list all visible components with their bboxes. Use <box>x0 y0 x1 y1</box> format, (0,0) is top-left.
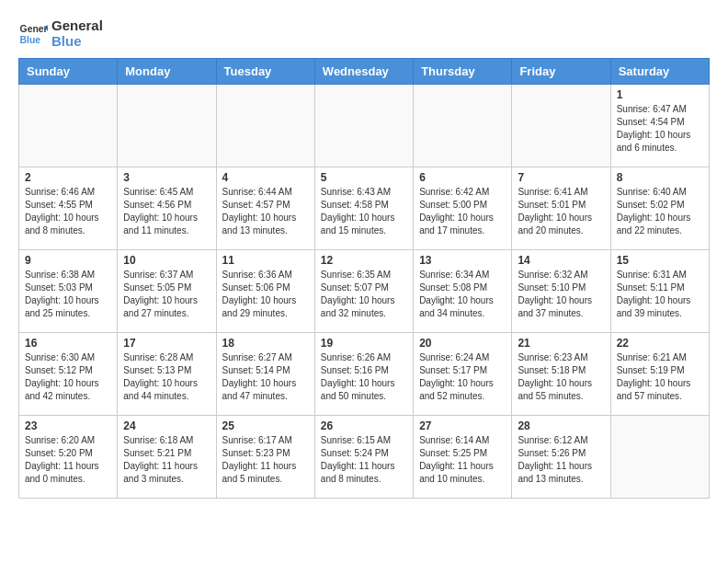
calendar-cell: 4Sunrise: 6:44 AM Sunset: 4:57 PM Daylig… <box>216 167 314 250</box>
calendar-cell: 16Sunrise: 6:30 AM Sunset: 5:12 PM Dayli… <box>19 333 118 416</box>
calendar-cell: 27Sunrise: 6:14 AM Sunset: 5:25 PM Dayli… <box>414 416 512 499</box>
day-number: 20 <box>419 337 506 350</box>
day-number: 25 <box>222 419 309 432</box>
day-info: Sunrise: 6:31 AM Sunset: 5:11 PM Dayligh… <box>617 269 703 320</box>
calendar-cell: 10Sunrise: 6:37 AM Sunset: 5:05 PM Dayli… <box>118 250 216 333</box>
day-info: Sunrise: 6:38 AM Sunset: 5:03 PM Dayligh… <box>25 269 111 320</box>
calendar-week-3: 16Sunrise: 6:30 AM Sunset: 5:12 PM Dayli… <box>19 333 710 416</box>
day-info: Sunrise: 6:32 AM Sunset: 5:10 PM Dayligh… <box>518 269 604 320</box>
calendar-cell: 8Sunrise: 6:40 AM Sunset: 5:02 PM Daylig… <box>610 167 709 250</box>
day-number: 6 <box>419 171 506 184</box>
day-header-thursday: Thursday <box>414 59 512 85</box>
day-number: 8 <box>617 171 703 184</box>
logo-text: General Blue <box>51 18 103 49</box>
logo: General Blue General Blue <box>18 18 103 49</box>
day-info: Sunrise: 6:12 AM Sunset: 5:26 PM Dayligh… <box>518 434 604 486</box>
calendar-cell: 14Sunrise: 6:32 AM Sunset: 5:10 PM Dayli… <box>512 250 610 333</box>
calendar-week-1: 2Sunrise: 6:46 AM Sunset: 4:55 PM Daylig… <box>19 167 710 250</box>
day-header-tuesday: Tuesday <box>216 59 314 85</box>
day-number: 9 <box>25 254 111 267</box>
day-number: 16 <box>25 337 111 350</box>
day-info: Sunrise: 6:21 AM Sunset: 5:19 PM Dayligh… <box>617 351 703 403</box>
calendar-cell: 22Sunrise: 6:21 AM Sunset: 5:19 PM Dayli… <box>610 333 709 416</box>
calendar-cell: 6Sunrise: 6:42 AM Sunset: 5:00 PM Daylig… <box>414 167 512 250</box>
calendar-cell: 13Sunrise: 6:34 AM Sunset: 5:08 PM Dayli… <box>414 250 512 333</box>
day-info: Sunrise: 6:20 AM Sunset: 5:20 PM Dayligh… <box>25 434 111 486</box>
day-header-saturday: Saturday <box>610 59 709 85</box>
day-number: 23 <box>25 419 111 432</box>
calendar-cell: 24Sunrise: 6:18 AM Sunset: 5:21 PM Dayli… <box>118 416 216 499</box>
calendar-cell <box>512 85 610 167</box>
day-info: Sunrise: 6:24 AM Sunset: 5:17 PM Dayligh… <box>419 351 506 403</box>
day-info: Sunrise: 6:15 AM Sunset: 5:24 PM Dayligh… <box>321 434 407 486</box>
day-number: 19 <box>321 337 407 350</box>
day-info: Sunrise: 6:37 AM Sunset: 5:05 PM Dayligh… <box>123 269 210 320</box>
day-header-monday: Monday <box>118 59 216 85</box>
calendar-week-4: 23Sunrise: 6:20 AM Sunset: 5:20 PM Dayli… <box>19 416 710 499</box>
day-header-friday: Friday <box>512 59 610 85</box>
calendar-cell: 25Sunrise: 6:17 AM Sunset: 5:23 PM Dayli… <box>216 416 314 499</box>
day-number: 22 <box>617 337 703 350</box>
day-info: Sunrise: 6:42 AM Sunset: 5:00 PM Dayligh… <box>419 186 506 237</box>
day-number: 12 <box>321 254 407 267</box>
calendar-cell: 17Sunrise: 6:28 AM Sunset: 5:13 PM Dayli… <box>118 333 216 416</box>
calendar-week-2: 9Sunrise: 6:38 AM Sunset: 5:03 PM Daylig… <box>19 250 710 333</box>
day-info: Sunrise: 6:43 AM Sunset: 4:58 PM Dayligh… <box>321 186 407 237</box>
calendar-cell <box>118 85 216 167</box>
day-info: Sunrise: 6:41 AM Sunset: 5:01 PM Dayligh… <box>518 186 604 237</box>
calendar-cell: 7Sunrise: 6:41 AM Sunset: 5:01 PM Daylig… <box>512 167 610 250</box>
day-number: 1 <box>617 88 703 101</box>
calendar-cell: 9Sunrise: 6:38 AM Sunset: 5:03 PM Daylig… <box>19 250 118 333</box>
day-info: Sunrise: 6:30 AM Sunset: 5:12 PM Dayligh… <box>25 351 111 403</box>
day-number: 13 <box>419 254 506 267</box>
calendar-cell: 20Sunrise: 6:24 AM Sunset: 5:17 PM Dayli… <box>414 333 512 416</box>
day-info: Sunrise: 6:27 AM Sunset: 5:14 PM Dayligh… <box>222 351 309 403</box>
calendar-week-0: 1Sunrise: 6:47 AM Sunset: 4:54 PM Daylig… <box>19 85 710 167</box>
day-info: Sunrise: 6:34 AM Sunset: 5:08 PM Dayligh… <box>419 269 506 320</box>
day-number: 5 <box>321 171 407 184</box>
calendar-table: SundayMondayTuesdayWednesdayThursdayFrid… <box>18 58 710 499</box>
day-number: 11 <box>222 254 309 267</box>
day-number: 21 <box>518 337 604 350</box>
svg-text:General: General <box>20 24 48 34</box>
day-number: 27 <box>419 419 506 432</box>
svg-text:Blue: Blue <box>20 34 41 44</box>
calendar-cell: 1Sunrise: 6:47 AM Sunset: 4:54 PM Daylig… <box>610 85 709 167</box>
calendar-cell <box>19 85 118 167</box>
day-number: 4 <box>222 171 309 184</box>
calendar-header-row: SundayMondayTuesdayWednesdayThursdayFrid… <box>19 59 710 85</box>
day-header-sunday: Sunday <box>19 59 118 85</box>
calendar-cell: 18Sunrise: 6:27 AM Sunset: 5:14 PM Dayli… <box>216 333 314 416</box>
day-info: Sunrise: 6:14 AM Sunset: 5:25 PM Dayligh… <box>419 434 506 486</box>
day-number: 15 <box>617 254 703 267</box>
calendar-cell: 3Sunrise: 6:45 AM Sunset: 4:56 PM Daylig… <box>118 167 216 250</box>
day-info: Sunrise: 6:46 AM Sunset: 4:55 PM Dayligh… <box>25 186 111 237</box>
logo-icon: General Blue <box>18 19 48 49</box>
day-info: Sunrise: 6:47 AM Sunset: 4:54 PM Dayligh… <box>617 103 703 155</box>
day-number: 2 <box>25 171 111 184</box>
day-number: 18 <box>222 337 309 350</box>
calendar-cell <box>314 85 413 167</box>
calendar-cell: 2Sunrise: 6:46 AM Sunset: 4:55 PM Daylig… <box>19 167 118 250</box>
day-info: Sunrise: 6:44 AM Sunset: 4:57 PM Dayligh… <box>222 186 309 237</box>
calendar-cell: 19Sunrise: 6:26 AM Sunset: 5:16 PM Dayli… <box>314 333 413 416</box>
calendar-cell: 23Sunrise: 6:20 AM Sunset: 5:20 PM Dayli… <box>19 416 118 499</box>
day-info: Sunrise: 6:36 AM Sunset: 5:06 PM Dayligh… <box>222 269 309 320</box>
calendar-cell: 11Sunrise: 6:36 AM Sunset: 5:06 PM Dayli… <box>216 250 314 333</box>
calendar-cell: 28Sunrise: 6:12 AM Sunset: 5:26 PM Dayli… <box>512 416 610 499</box>
day-number: 7 <box>518 171 604 184</box>
calendar-cell <box>216 85 314 167</box>
day-info: Sunrise: 6:28 AM Sunset: 5:13 PM Dayligh… <box>123 351 210 403</box>
day-number: 24 <box>123 419 210 432</box>
day-number: 26 <box>321 419 407 432</box>
calendar-cell: 26Sunrise: 6:15 AM Sunset: 5:24 PM Dayli… <box>314 416 413 499</box>
calendar-cell: 21Sunrise: 6:23 AM Sunset: 5:18 PM Dayli… <box>512 333 610 416</box>
calendar-cell: 12Sunrise: 6:35 AM Sunset: 5:07 PM Dayli… <box>314 250 413 333</box>
day-number: 3 <box>123 171 210 184</box>
day-info: Sunrise: 6:18 AM Sunset: 5:21 PM Dayligh… <box>123 434 210 486</box>
day-number: 17 <box>123 337 210 350</box>
calendar-cell: 15Sunrise: 6:31 AM Sunset: 5:11 PM Dayli… <box>610 250 709 333</box>
day-info: Sunrise: 6:45 AM Sunset: 4:56 PM Dayligh… <box>123 186 210 237</box>
calendar-cell <box>414 85 512 167</box>
day-info: Sunrise: 6:17 AM Sunset: 5:23 PM Dayligh… <box>222 434 309 486</box>
